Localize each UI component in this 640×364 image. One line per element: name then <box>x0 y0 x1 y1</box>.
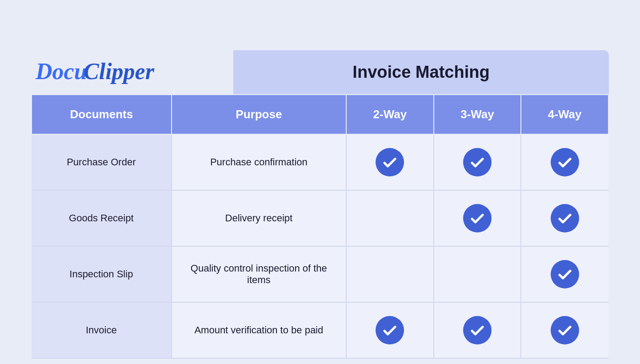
checkmark-svg <box>557 266 573 282</box>
check-inv-2way <box>346 302 434 358</box>
invoice-matching-header: Invoice Matching <box>233 50 609 94</box>
purpose-purchase-order: Purchase confirmation <box>172 134 346 190</box>
check-is-3way <box>434 246 521 302</box>
table-row: Goods Receipt Delivery receipt <box>32 190 608 246</box>
check-inv-4way <box>521 302 608 358</box>
checkmark-svg <box>469 154 485 170</box>
header-documents: Documents <box>32 95 172 134</box>
purpose-goods-receipt: Delivery receipt <box>172 190 346 246</box>
checkmark-svg <box>382 154 398 170</box>
doc-goods-receipt: Goods Receipt <box>32 190 172 246</box>
page-container: Docu Clipper Invoice Matching Documents … <box>31 6 609 359</box>
checkmark-svg <box>382 322 398 338</box>
checkmark-icon <box>551 316 579 344</box>
checkmark-icon <box>463 316 492 344</box>
check-po-3way <box>434 134 521 190</box>
checkmark-icon <box>463 204 492 232</box>
checkmark-icon <box>376 148 404 176</box>
checkmark-icon <box>551 260 579 288</box>
checkmark-icon <box>463 148 492 176</box>
doc-inspection-slip: Inspection Slip <box>32 246 172 302</box>
checkmark-svg <box>557 210 573 226</box>
checkmark-icon <box>551 148 579 176</box>
doc-purchase-order: Purchase Order <box>32 134 172 190</box>
check-is-4way <box>521 246 608 302</box>
purpose-inspection-slip: Quality control inspection of the items <box>172 246 346 302</box>
header-3way: 3-Way <box>434 95 521 134</box>
check-inv-3way <box>434 302 521 358</box>
table-row: Invoice Amount verification to be paid <box>32 302 608 358</box>
table-row: Purchase Order Purchase confirmation <box>32 134 608 190</box>
docuclipper-logo: Docu Clipper <box>31 54 156 85</box>
svg-text:Docu: Docu <box>35 59 87 84</box>
header-4way: 4-Way <box>521 95 608 134</box>
logo-section: Docu Clipper <box>31 50 233 94</box>
header-purpose: Purpose <box>172 95 346 134</box>
purpose-invoice: Amount verification to be paid <box>172 302 346 358</box>
matching-table-wrapper: Documents Purpose 2-Way 3-Way 4-Way Purc… <box>31 94 609 359</box>
check-gr-2way <box>346 190 434 246</box>
checkmark-svg <box>469 210 485 226</box>
check-gr-4way <box>521 190 608 246</box>
table-header-row: Documents Purpose 2-Way 3-Way 4-Way <box>32 95 608 134</box>
checkmark-svg <box>557 154 573 170</box>
checkmark-icon <box>376 316 404 344</box>
doc-invoice: Invoice <box>32 302 172 358</box>
checkmark-icon <box>551 204 579 232</box>
check-is-2way <box>346 246 434 302</box>
invoice-matching-table: Documents Purpose 2-Way 3-Way 4-Way Purc… <box>31 94 609 359</box>
table-row: Inspection Slip Quality control inspecti… <box>32 246 608 302</box>
invoice-matching-title: Invoice Matching <box>352 63 489 82</box>
check-po-4way <box>521 134 608 190</box>
check-gr-3way <box>434 190 521 246</box>
svg-text:Clipper: Clipper <box>84 59 155 84</box>
check-po-2way <box>346 134 434 190</box>
checkmark-svg <box>469 322 485 338</box>
top-row: Docu Clipper Invoice Matching <box>31 50 609 94</box>
header-2way: 2-Way <box>346 95 434 134</box>
checkmark-svg <box>557 322 573 338</box>
